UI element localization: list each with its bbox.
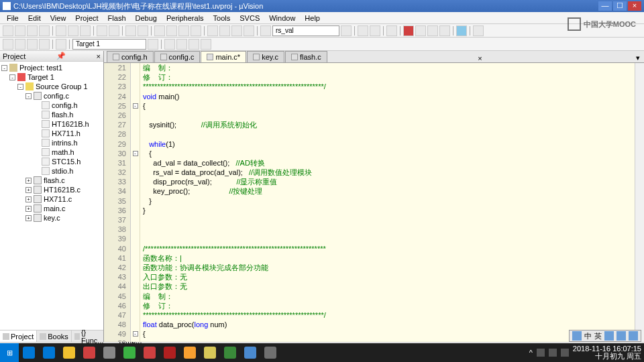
open-icon[interactable] [15, 25, 25, 36]
tree-toggle-icon[interactable]: + [25, 206, 32, 212]
new-icon[interactable] [3, 25, 13, 36]
tree-math_h[interactable]: math.h [1, 147, 102, 157]
tab-dropdown-icon[interactable]: ▾ [632, 54, 644, 62]
file-tab-config-c[interactable]: config.c [154, 51, 201, 62]
ime-mode[interactable]: 英 [594, 331, 602, 341]
tray-app-icon[interactable] [561, 349, 569, 357]
bookmark-prev-icon[interactable] [166, 25, 177, 36]
tree-project[interactable]: -Project: test1 [1, 63, 102, 72]
redo-icon[interactable] [109, 25, 119, 36]
close-button[interactable]: × [628, 1, 641, 11]
taskbar-app-9[interactable] [201, 345, 219, 361]
rebuild-icon[interactable] [15, 39, 25, 50]
run-icon[interactable] [415, 25, 426, 36]
breakpoint-icon[interactable] [370, 25, 380, 36]
fold-toggle-icon[interactable]: - [133, 103, 138, 109]
tree-hx711_h[interactable]: HX711.h [1, 129, 102, 138]
tree-toggle-icon[interactable]: + [25, 215, 32, 221]
taskbar-app-10[interactable] [221, 345, 239, 361]
nav-back-icon[interactable] [125, 25, 136, 36]
find-next-icon[interactable] [341, 25, 352, 36]
sidebar-tab-2[interactable]: {} Func... [72, 330, 109, 342]
taskbar-app-2[interactable] [60, 345, 78, 361]
outdent-icon[interactable] [219, 25, 230, 36]
file-tab-main-c-[interactable]: main.c* [201, 51, 246, 62]
tree-main_c[interactable]: +main.c [1, 204, 102, 213]
target-combo[interactable] [72, 39, 146, 50]
tree-group[interactable]: -Source Group 1 [1, 82, 102, 91]
config-icon[interactable] [456, 25, 467, 36]
stop-icon[interactable] [403, 25, 414, 36]
bookmark-clear-icon[interactable] [191, 25, 201, 36]
tools-icon[interactable] [473, 25, 484, 36]
fold-gutter[interactable]: --- [131, 63, 140, 342]
file-tab-config-h[interactable]: config.h [107, 51, 154, 62]
tree-toggle-icon[interactable]: - [25, 93, 32, 99]
cut-icon[interactable] [56, 25, 66, 36]
panel-close-icon[interactable]: × [97, 52, 101, 60]
tree-flash_c[interactable]: +flash.c [1, 176, 102, 185]
file-tab-key-c[interactable]: key.c [247, 51, 284, 62]
ime-lang[interactable]: 中 [584, 331, 592, 341]
minimize-button[interactable]: — [598, 1, 612, 11]
system-tray[interactable]: ^ 2018-11-16 16:07:15 十月初九 周五 [529, 345, 644, 360]
tree-toggle-icon[interactable]: + [25, 178, 32, 184]
fold-toggle-icon[interactable]: - [133, 151, 138, 156]
copy-icon[interactable] [68, 25, 78, 36]
tree-toggle-icon[interactable]: + [25, 196, 32, 202]
ime-language-bar[interactable]: 中 英 [569, 330, 641, 342]
find-combo[interactable] [272, 25, 339, 36]
tree-toggle-icon[interactable]: - [17, 84, 23, 90]
taskbar-app-3[interactable] [80, 345, 99, 361]
ime-keyboard-icon[interactable] [616, 331, 626, 341]
tray-chevron-icon[interactable]: ^ [529, 349, 533, 357]
save-all-icon[interactable] [39, 25, 50, 36]
nav-fwd-icon[interactable] [138, 25, 148, 36]
debug-icon[interactable] [358, 25, 368, 36]
pin-icon[interactable]: 📌 [56, 52, 66, 60]
sidebar-tab-0[interactable]: Project [0, 330, 37, 342]
menu-edit[interactable]: Edit [24, 13, 45, 23]
taskbar-app-0[interactable] [19, 345, 38, 361]
taskbar-app-11[interactable] [241, 345, 260, 361]
file-ext-icon[interactable] [176, 39, 187, 50]
start-button[interactable]: ⊞ [0, 343, 19, 362]
tool-a-icon[interactable] [386, 25, 397, 36]
tree-stdio_h[interactable]: stdio.h [1, 166, 102, 176]
uncomment-icon[interactable] [244, 25, 254, 36]
tree-toggle-icon[interactable]: + [25, 187, 32, 193]
menu-window[interactable]: Window [265, 13, 299, 23]
bookmark-next-icon[interactable] [178, 25, 189, 36]
pack-icon[interactable] [189, 39, 199, 50]
menu-flash[interactable]: Flash [104, 13, 130, 23]
tree-config_h[interactable]: config.h [1, 101, 102, 110]
menu-project[interactable]: Project [71, 13, 102, 23]
build-all-icon[interactable] [27, 39, 38, 50]
indent-icon[interactable] [207, 25, 218, 36]
comment-icon[interactable] [231, 25, 242, 36]
step-icon[interactable] [427, 25, 438, 36]
menu-peripherals[interactable]: Peripherals [162, 13, 208, 23]
find-icon[interactable] [260, 25, 271, 36]
menu-debug[interactable]: Debug [131, 13, 161, 23]
taskbar-app-8[interactable] [180, 345, 199, 361]
paste-icon[interactable] [80, 25, 91, 36]
taskbar-app-12[interactable] [261, 345, 280, 361]
menu-help[interactable]: Help [301, 13, 324, 23]
taskbar-app-5[interactable] [120, 345, 139, 361]
tree-toggle-icon[interactable]: - [1, 65, 7, 71]
bookmark-icon[interactable] [154, 25, 165, 36]
batch-icon[interactable] [39, 39, 50, 50]
tree-toggle-icon[interactable]: - [9, 74, 15, 80]
taskbar-app-4[interactable] [100, 345, 119, 361]
download-icon[interactable] [56, 39, 66, 50]
taskbar-app-1[interactable] [40, 345, 58, 361]
options-icon[interactable] [148, 39, 158, 50]
tree-hx711_c[interactable]: +HX711.c [1, 194, 102, 204]
taskbar-clock[interactable]: 2018-11-16 16:07:15 十月初九 周五 [573, 345, 641, 360]
tray-volume-icon[interactable] [549, 349, 557, 357]
manage-icon[interactable] [164, 39, 175, 50]
tab-close-icon[interactable]: × [474, 54, 486, 62]
tree-key_c[interactable]: +key.c [1, 213, 102, 223]
code-editor[interactable]: 2122232425262728293031323334353637383940… [104, 63, 644, 342]
